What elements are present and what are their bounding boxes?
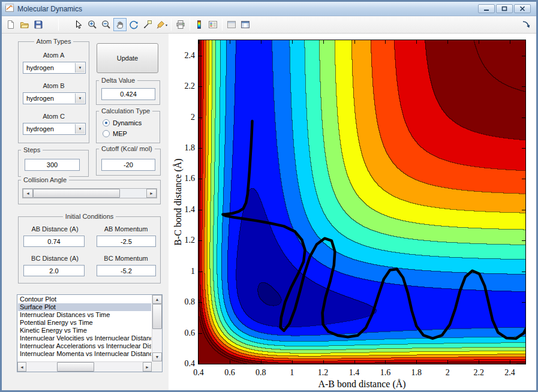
scroll-left-arrow-icon[interactable]: ◄: [17, 362, 26, 372]
close-button[interactable]: [514, 4, 531, 13]
atom-a-dropdown[interactable]: hydrogen ▼: [23, 62, 86, 74]
radio-option-dynamics[interactable]: Dynamics: [103, 117, 157, 128]
dropdown-arrow-icon[interactable]: ▼: [75, 94, 85, 103]
scroll-down-arrow-icon[interactable]: ▼: [152, 352, 162, 361]
list-item[interactable]: Internuclear Momenta vs Internuclear Dis…: [18, 350, 151, 358]
toolbar-separator: [58, 19, 59, 31]
potential-energy-surface-canvas[interactable]: [199, 40, 525, 364]
atom-c-label: Atom C: [19, 113, 89, 120]
scroll-up-arrow-icon[interactable]: ▲: [152, 295, 162, 304]
dropdown-arrow-icon[interactable]: ▼: [75, 124, 85, 134]
print-button[interactable]: [174, 18, 187, 31]
hide-plot-tools-button[interactable]: [225, 18, 238, 31]
close-icon: [519, 6, 525, 11]
x-axis-label: A-B bond distance (Å): [199, 379, 525, 390]
restore-icon: [501, 6, 507, 11]
update-button[interactable]: Update: [97, 43, 158, 73]
atom-c-dropdown[interactable]: hydrogen ▼: [23, 123, 86, 135]
insert-legend-icon: [208, 20, 218, 29]
radio-option-mep[interactable]: MEP: [103, 128, 157, 139]
y-tick-label: 0.6: [185, 328, 196, 338]
insert-legend-button[interactable]: [206, 18, 220, 31]
show-plot-tools-button[interactable]: [239, 18, 252, 31]
x-tick-label: 1.8: [411, 368, 422, 378]
list-item[interactable]: Internuclear Accelerations vs Internucle…: [18, 342, 151, 350]
delta-value-title: Delta Value: [99, 77, 137, 84]
brush-icon: [156, 20, 166, 29]
plot-type-listbox[interactable]: Contour PlotSurface PlotInternuclear Dis…: [17, 294, 163, 372]
atom-b-dropdown[interactable]: hydrogen ▼: [23, 92, 86, 104]
steps-field[interactable]: [25, 159, 80, 171]
listbox-horizontal-scrollbar[interactable]: ◄ ►: [17, 361, 152, 372]
collision-angle-group: Collision Angle ◄ ►: [18, 180, 161, 204]
zoom-in-icon: [88, 20, 97, 29]
ab-momentum-field[interactable]: [97, 236, 156, 247]
listbox-vertical-scrollbar[interactable]: ▲ ▼: [152, 295, 162, 361]
calculation-type-group: Calculation Type DynamicsMEP: [96, 111, 160, 143]
scrollbar-corner: [152, 361, 162, 372]
restore-button[interactable]: [496, 4, 513, 13]
horizontal-scroll-thumb[interactable]: [57, 362, 94, 372]
y-tick-label: 1.8: [185, 143, 196, 153]
y-tick-label: 1.2: [185, 236, 196, 245]
steps-title: Steps: [21, 146, 43, 153]
collision-angle-slider[interactable]: ◄ ►: [22, 188, 157, 198]
ab-distance-label: AB Distance (A): [23, 225, 86, 233]
vertical-scroll-thumb[interactable]: [152, 304, 162, 329]
calculation-type-title: Calculation Type: [99, 107, 152, 114]
y-tick-label: 2: [191, 113, 195, 122]
slider-left-arrow-icon[interactable]: ◄: [23, 189, 33, 198]
dock-figure-arrow-button[interactable]: [519, 18, 533, 31]
print-icon: [176, 20, 185, 29]
insert-colorbar-button[interactable]: [193, 18, 206, 31]
bc-momentum-field[interactable]: [97, 265, 156, 276]
ab-distance-field[interactable]: [23, 236, 85, 247]
dropdown-arrow-icon[interactable]: ▼: [75, 63, 85, 73]
bc-distance-field[interactable]: [23, 265, 85, 276]
list-item[interactable]: Surface Plot: [18, 303, 151, 311]
window-controls: [478, 4, 533, 13]
bc-distance-label: BC Distance (A): [23, 255, 86, 262]
x-tick-label: 1.2: [318, 368, 329, 378]
list-item[interactable]: Potential Energy vs Time: [18, 319, 151, 327]
plot-area: 0.40.60.811.21.41.61.822.22.4 0.40.60.81…: [169, 34, 536, 390]
toolbar-separator: [171, 19, 172, 31]
y-tick-label: 1.4: [185, 205, 196, 215]
initial-conditions-group: Initial Conditions AB Distance (A) AB Mo…: [18, 216, 161, 284]
controls-panel: Atom Types Atom A hydrogen ▼ Atom B hydr…: [2, 34, 169, 390]
app-window: Molecular Dynamics ▾ Atom Types Atom A h…: [0, 0, 538, 392]
edit-plot-button[interactable]: [72, 18, 85, 31]
delta-value-field[interactable]: [101, 88, 155, 100]
list-item[interactable]: Contour Plot: [18, 295, 151, 303]
x-tick-label: 1.4: [349, 368, 360, 378]
zoom-out-button[interactable]: [100, 18, 113, 31]
list-item[interactable]: Kinetic Energy vs Time: [18, 327, 151, 334]
y-tick-label: 1.6: [185, 174, 196, 183]
brush-button[interactable]: ▾: [155, 18, 169, 31]
toolbar-separator: [222, 19, 223, 31]
dock-figure-arrow-icon: [521, 20, 531, 29]
rotate-3d-button[interactable]: [127, 18, 140, 31]
minimize-button[interactable]: [478, 4, 495, 13]
pan-button[interactable]: [113, 18, 127, 31]
x-tick-label: 0.6: [224, 368, 235, 378]
slider-right-arrow-icon[interactable]: ►: [146, 189, 157, 198]
new-figure-button[interactable]: [4, 18, 17, 31]
save-figure-button[interactable]: [32, 18, 45, 31]
open-file-button[interactable]: [18, 18, 31, 31]
radio-label: Dynamics: [113, 119, 142, 126]
slider-thumb[interactable]: [33, 189, 120, 198]
cutoff-field[interactable]: [101, 159, 155, 171]
edit-plot-icon: [74, 20, 83, 29]
ab-momentum-label: AB Momentum: [95, 225, 157, 233]
list-item[interactable]: Internuclear Distances vs Time: [18, 311, 151, 319]
data-cursor-button[interactable]: [141, 18, 154, 31]
contour-axes[interactable]: [198, 40, 526, 364]
new-figure-icon: [6, 20, 16, 29]
scroll-right-arrow-icon[interactable]: ►: [143, 362, 152, 372]
zoom-in-button[interactable]: [86, 18, 99, 31]
y-tick-label: 1: [191, 267, 195, 276]
list-item[interactable]: Internuclear Velocities vs Internuclear …: [18, 334, 151, 342]
x-tick-label: 2: [446, 368, 450, 378]
titlebar[interactable]: Molecular Dynamics: [2, 2, 536, 16]
